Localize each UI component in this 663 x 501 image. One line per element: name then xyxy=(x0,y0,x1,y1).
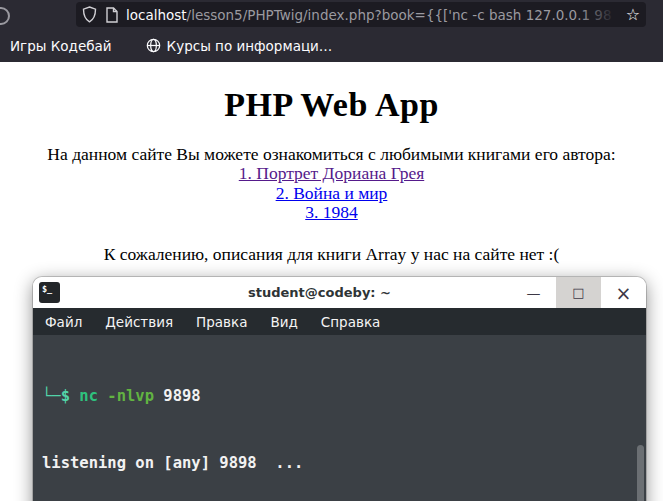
page-info-icon[interactable] xyxy=(105,7,119,23)
bookmark-item-codeby-games[interactable]: Игры Кодебай xyxy=(0,38,122,54)
terminal-line: listening on [any] 9898 ... xyxy=(42,452,646,474)
shell-args: -nlvp xyxy=(107,387,163,405)
terminal-window: $_ student@codeby: ~ — □ × Файл Действия… xyxy=(33,277,646,501)
url-text[interactable]: localhost/lesson5/PHPTwig/index.php?book… xyxy=(126,7,622,23)
menu-help[interactable]: Справка xyxy=(321,314,380,330)
menu-view[interactable]: Вид xyxy=(270,314,297,330)
globe-icon xyxy=(146,38,161,53)
bookmark-star-icon[interactable]: ☆ xyxy=(626,2,640,27)
shell-command: nc xyxy=(79,387,107,405)
terminal-title: student@codeby: ~ xyxy=(133,277,506,308)
terminal-output[interactable]: └─$ nc -nlvp 9898 listening on [any] 989… xyxy=(33,335,646,501)
terminal-command-line: └─$ nc -nlvp 9898 xyxy=(42,385,646,407)
shell-port: 9898 xyxy=(163,387,200,405)
minimize-button[interactable]: — xyxy=(511,277,556,308)
book-link-1[interactable]: 1. Портрет Дориана Грея xyxy=(0,164,663,184)
url-host: localhost xyxy=(126,7,187,23)
terminal-titlebar[interactable]: $_ student@codeby: ~ — □ × xyxy=(33,277,646,308)
menu-edit[interactable]: Правка xyxy=(196,314,247,330)
terminal-menubar: Файл Действия Правка Вид Справка xyxy=(33,308,646,335)
page-title: PHP Web App xyxy=(0,86,663,124)
shell-prompt: └─$ xyxy=(42,387,79,405)
bookmark-item-courses[interactable]: Курсы по информаци… xyxy=(136,38,343,54)
terminal-scrollbar[interactable] xyxy=(637,445,644,501)
menu-file[interactable]: Файл xyxy=(45,314,82,330)
window-controls: — □ × xyxy=(511,277,646,308)
extension-icon[interactable] xyxy=(0,7,10,25)
url-path: /lesson5/PHPTwig/index.php?book={{['nc -… xyxy=(187,7,612,23)
bookmark-label: Игры Кодебай xyxy=(10,38,112,54)
shield-icon[interactable] xyxy=(82,6,97,23)
url-fade xyxy=(578,4,622,25)
book-links: 1. Портрет Дориана Грея 2. Война и мир 3… xyxy=(0,164,663,223)
browser-toolbar: localhost/lesson5/PHPTwig/index.php?book… xyxy=(0,0,663,29)
menu-actions[interactable]: Действия xyxy=(105,314,173,330)
address-bar[interactable]: localhost/lesson5/PHPTwig/index.php?book… xyxy=(76,2,646,27)
maximize-button[interactable]: □ xyxy=(556,277,601,308)
book-link-3[interactable]: 3. 1984 xyxy=(0,203,663,223)
bookmarks-bar: Игры Кодебай Курсы по информаци… xyxy=(0,29,663,62)
close-button[interactable]: × xyxy=(601,277,646,308)
book-link-2[interactable]: 2. Война и мир xyxy=(0,184,663,204)
error-message: К сожалению, описания для книги Array у … xyxy=(0,244,663,265)
bookmark-label: Курсы по информаци… xyxy=(167,38,333,54)
intro-text: На данном сайте Вы можете ознакомиться с… xyxy=(0,144,663,164)
terminal-app-icon: $_ xyxy=(39,282,60,303)
